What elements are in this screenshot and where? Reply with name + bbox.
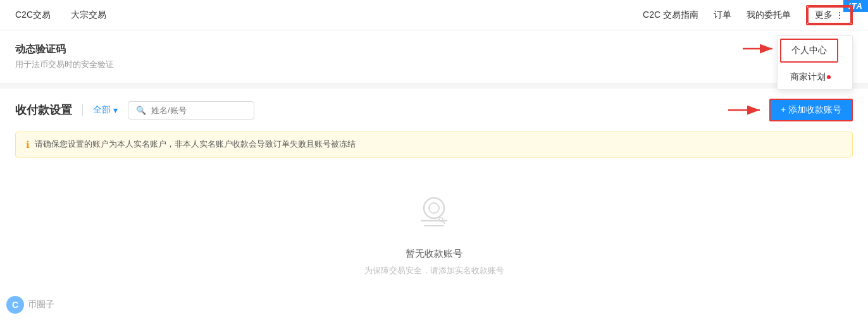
watermark-text: 币圈子 bbox=[28, 299, 54, 311]
nav-more-wrapper: 更多 ⋮ 个人中心 商家计划 bbox=[806, 5, 853, 25]
nav-right-items: C2C 交易指南 订单 我的委托单 更多 ⋮ bbox=[643, 5, 853, 25]
dynamic-subtitle: 用于法币交易时的安全验证 bbox=[15, 59, 853, 70]
dynamic-title: 动态验证码 bbox=[15, 43, 853, 56]
notification-dot bbox=[827, 75, 831, 79]
nav-c2c-trade[interactable]: C2C交易 bbox=[15, 9, 51, 21]
nav-my-orders[interactable]: 我的委托单 bbox=[747, 9, 791, 21]
dropdown-menu: 个人中心 商家计划 bbox=[777, 35, 853, 90]
payment-header: 收付款设置 全部 ▾ 🔍 + 添加收款账号 bbox=[15, 99, 853, 121]
more-button-box: 更多 ⋮ bbox=[806, 5, 853, 25]
filter-label: 全部 bbox=[93, 104, 111, 116]
more-icon: ⋮ bbox=[835, 10, 844, 20]
empty-icon bbox=[415, 193, 453, 238]
header-divider bbox=[82, 104, 83, 116]
nav-orders[interactable]: 订单 bbox=[714, 9, 731, 21]
search-container: 🔍 bbox=[128, 101, 254, 120]
warning-text: 请确保您设置的账户为本人实名账户，非本人实名账户收款会导致订单失败且账号被冻结 bbox=[35, 138, 356, 150]
nav-bulk-trade[interactable]: 大宗交易 bbox=[71, 9, 106, 21]
search-icon: 🔍 bbox=[136, 106, 146, 115]
chevron-down-icon: ▾ bbox=[113, 105, 118, 115]
nav-c2c-guide[interactable]: C2C 交易指南 bbox=[643, 9, 698, 21]
arrow-to-add bbox=[725, 101, 766, 120]
add-account-button[interactable]: + 添加收款账号 bbox=[769, 99, 853, 121]
filter-button[interactable]: 全部 ▾ bbox=[93, 104, 118, 116]
empty-subtitle: 为保障交易安全，请添加实名收款账号 bbox=[364, 265, 504, 276]
warning-banner: ℹ 请确保您设置的账户为本人实名账户，非本人实名账户收款会导致订单失败且账号被冻… bbox=[15, 132, 853, 157]
svg-point-4 bbox=[429, 203, 439, 213]
more-label: 更多 bbox=[815, 9, 833, 21]
warning-icon: ℹ bbox=[26, 139, 30, 151]
watermark: C 币圈子 bbox=[6, 296, 54, 314]
nav-more-button[interactable]: 更多 ⋮ bbox=[807, 6, 852, 24]
payment-section: 收付款设置 全部 ▾ 🔍 + 添加收款账号 ℹ 请确保您设置 bbox=[0, 89, 868, 320]
search-input[interactable] bbox=[151, 106, 246, 115]
empty-state: 暂无收款账号 为保障交易安全，请添加实名收款账号 bbox=[15, 168, 853, 314]
nav-left-items: C2C交易 大宗交易 bbox=[15, 9, 106, 21]
dynamic-verification-section: 动态验证码 用于法币交易时的安全验证 bbox=[0, 30, 868, 83]
merchant-plan-label: 商家计划 bbox=[790, 71, 826, 82]
dropdown-merchant-plan[interactable]: 商家计划 bbox=[778, 65, 852, 89]
empty-title: 暂无收款账号 bbox=[406, 248, 462, 260]
top-navigation: iTA C2C交易 大宗交易 C2C 交易指南 订单 我的委托单 更多 ⋮ bbox=[0, 0, 868, 30]
watermark-logo: C bbox=[6, 296, 24, 314]
svg-point-3 bbox=[424, 198, 444, 218]
dropdown-personal-center[interactable]: 个人中心 bbox=[780, 39, 838, 63]
empty-illustration bbox=[415, 193, 453, 231]
payment-title: 收付款设置 bbox=[15, 102, 72, 118]
add-button-wrapper: + 添加收款账号 bbox=[769, 99, 853, 121]
